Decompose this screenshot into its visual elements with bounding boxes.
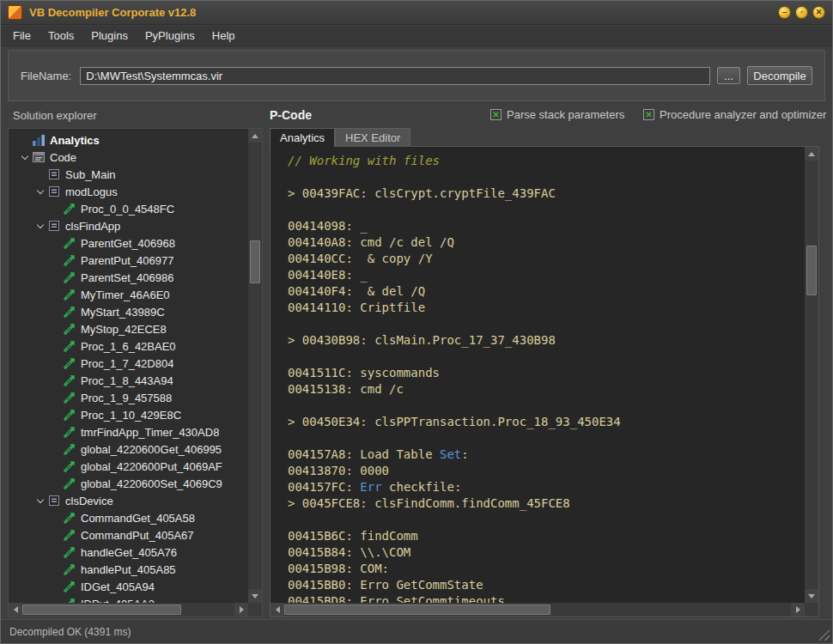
tree-vertical-scrollbar[interactable] <box>248 129 262 603</box>
tree-item-proc-1-10-429e8c[interactable]: Proc_1_10_429E8C <box>9 406 248 423</box>
maximize-button[interactable]: ▫ <box>795 6 808 19</box>
parse-stack-parameters-checkbox[interactable]: ✕ Parse stack parameters <box>490 108 624 121</box>
proc-icon <box>63 339 76 353</box>
tree-item-proc-0-0-4548fc[interactable]: Proc_0_0_4548FC <box>9 200 248 217</box>
tab-hex-editor[interactable]: HEX Editor <box>335 128 410 146</box>
menu-item-help[interactable]: Help <box>204 26 244 46</box>
tree-item-code[interactable]: Code <box>9 149 248 166</box>
code-line <box>288 202 805 218</box>
checkbox-check-icon[interactable]: ✕ <box>643 109 654 120</box>
tree-item-label: Proc_1_7_42D804 <box>81 357 173 370</box>
scroll-left-button[interactable] <box>271 603 284 617</box>
proc-icon <box>63 202 76 216</box>
tree-item-clsfindapp[interactable]: clsFindApp <box>9 217 248 234</box>
resize-grip[interactable] <box>818 629 830 641</box>
menu-item-pyplugins[interactable]: PyPlugins <box>137 26 204 46</box>
tree-item-label: handlePut_405A85 <box>81 563 176 576</box>
tree-item-label: Proc_1_9_457588 <box>81 392 172 404</box>
tab-analytics[interactable]: Analytics <box>270 128 335 147</box>
code-line: > 0045FCE8: clsFindComm.findComm_45FCE8 <box>288 495 805 512</box>
scrollbar-thumb[interactable] <box>806 246 817 295</box>
scroll-left-button[interactable] <box>9 603 22 617</box>
procedure-analyzer-checkbox[interactable]: ✕ Procedure analyzer and optimizer <box>643 108 826 121</box>
scrollbar-corner <box>805 603 818 617</box>
code-horizontal-scrollbar[interactable] <box>271 603 805 617</box>
code-segment: checkfile: <box>382 480 462 494</box>
proc-icon <box>63 408 76 422</box>
tree-item-handleput-405a85[interactable]: handlePut_405A85 <box>9 561 248 578</box>
tree-item-analytics[interactable]: Analytics <box>9 131 248 149</box>
scroll-up-button[interactable] <box>805 147 818 161</box>
tree-item-mytimer-46a6e0[interactable]: MyTimer_46A6E0 <box>9 286 248 303</box>
section-header-row: Solution explorer P-Code ✕ Parse stack p… <box>1 101 832 128</box>
expander-icon[interactable] <box>34 185 46 197</box>
tree-item-parentset-406986[interactable]: ParentSet_406986 <box>9 269 248 286</box>
code-line <box>288 512 805 528</box>
code-line: > 00450E34: clsPPTransaction.Proc_18_93_… <box>288 414 805 430</box>
arrow-up-icon <box>808 152 815 156</box>
scroll-down-button[interactable] <box>248 589 262 603</box>
tree-item-idput-405aa3[interactable]: IDPut_405AA3 <box>9 595 248 603</box>
checkbox-check-icon[interactable]: ✕ <box>490 109 502 120</box>
proc-icon <box>63 253 76 267</box>
tree-item-clsdevice[interactable]: clsDevice <box>9 492 248 509</box>
analytics-icon <box>32 133 46 147</box>
scrollbar-thumb[interactable] <box>22 605 181 615</box>
decompile-button[interactable]: Decompile <box>747 66 812 85</box>
minimize-button[interactable]: – <box>778 6 791 19</box>
menu-item-plugins[interactable]: Plugins <box>82 26 137 46</box>
menu-item-tools[interactable]: Tools <box>40 26 82 46</box>
status-bar: Decompiled OK (4391 ms) <box>1 619 832 643</box>
tree-item-proc-1-6-42bae0[interactable]: Proc_1_6_42BAE0 <box>9 337 248 355</box>
filename-input[interactable] <box>80 67 710 85</box>
code-segment: 004157FC: <box>288 480 360 494</box>
scrollbar-thumb[interactable] <box>250 240 260 283</box>
tree-item-label: MyTimer_46A6E0 <box>81 289 170 301</box>
code-line: 00415B84: \\.\COM <box>288 544 805 561</box>
code-segment: 00415B84: \\.\COM <box>288 545 410 559</box>
tree-item-proc-1-9-457588[interactable]: Proc_1_9_457588 <box>9 389 248 406</box>
tree-item-modlogus[interactable]: modLogus <box>9 183 248 200</box>
scroll-right-button[interactable] <box>791 603 805 617</box>
expander-icon[interactable] <box>34 220 46 232</box>
menu-item-file[interactable]: File <box>4 26 40 46</box>
tree-item-proc-1-8-443a94[interactable]: Proc_1_8_443A94 <box>9 372 248 389</box>
tree-item-global-4220600set-4069c9[interactable]: global_4220600Set_4069C9 <box>9 475 248 492</box>
code-line: 0041511C: syscommands <box>288 365 805 381</box>
arrow-right-icon <box>240 606 244 613</box>
code-icon <box>32 150 46 164</box>
scroll-down-button[interactable] <box>805 589 818 603</box>
tree-item-parentget-406968[interactable]: ParentGet_406968 <box>9 234 248 252</box>
tree-horizontal-scrollbar[interactable] <box>9 603 248 617</box>
scroll-right-button[interactable] <box>234 603 248 617</box>
code-segment: 0041511C: syscommands <box>288 366 440 380</box>
tree-item-mystart-43989c[interactable]: MyStart_43989C <box>9 303 248 320</box>
proc-icon <box>63 270 76 284</box>
tree-item-parentput-406977[interactable]: ParentPut_406977 <box>9 252 248 269</box>
code-line <box>288 430 805 447</box>
tree-item-proc-1-7-42d804[interactable]: Proc_1_7_42D804 <box>9 355 248 372</box>
tree-item-tmrfindapp-timer-430ad8[interactable]: tmrFindApp_Timer_430AD8 <box>9 423 248 440</box>
code-segment: Set <box>440 447 461 461</box>
tree-item-commandget-405a58[interactable]: CommandGet_405A58 <box>9 509 248 526</box>
file-toolbar: FileName: ... Decompile <box>8 50 825 101</box>
tree-item-global-4220600put-4069af[interactable]: global_4220600Put_4069AF <box>9 458 248 475</box>
tree-item-commandput-405a67[interactable]: CommandPut_405A67 <box>9 526 248 544</box>
proc-icon <box>63 511 76 525</box>
scrollbar-thumb[interactable] <box>284 605 550 615</box>
tree-item-idget-405a94[interactable]: IDGet_405A94 <box>9 578 248 595</box>
tree-item-sub-main[interactable]: Sub_Main <box>9 166 248 183</box>
code-view[interactable]: // Working with files > 00439FAC: clsCry… <box>272 147 805 603</box>
code-segment: // Working with files <box>288 154 440 167</box>
proc-icon <box>63 545 76 559</box>
close-button[interactable]: ✕ <box>812 6 825 19</box>
tree-item-global-4220600get-406995[interactable]: global_4220600Get_406995 <box>9 440 248 458</box>
code-vertical-scrollbar[interactable] <box>805 147 818 603</box>
expander-icon[interactable] <box>19 151 31 163</box>
expander-icon[interactable] <box>34 495 46 507</box>
tree-item-label: global_4220600Get_406995 <box>81 443 222 456</box>
tree-item-mystop-42ece8[interactable]: MyStop_42ECE8 <box>9 320 248 337</box>
tree-item-handleget-405a76[interactable]: handleGet_405A76 <box>9 544 248 561</box>
scroll-up-button[interactable] <box>248 129 262 143</box>
browse-button[interactable]: ... <box>717 67 740 84</box>
